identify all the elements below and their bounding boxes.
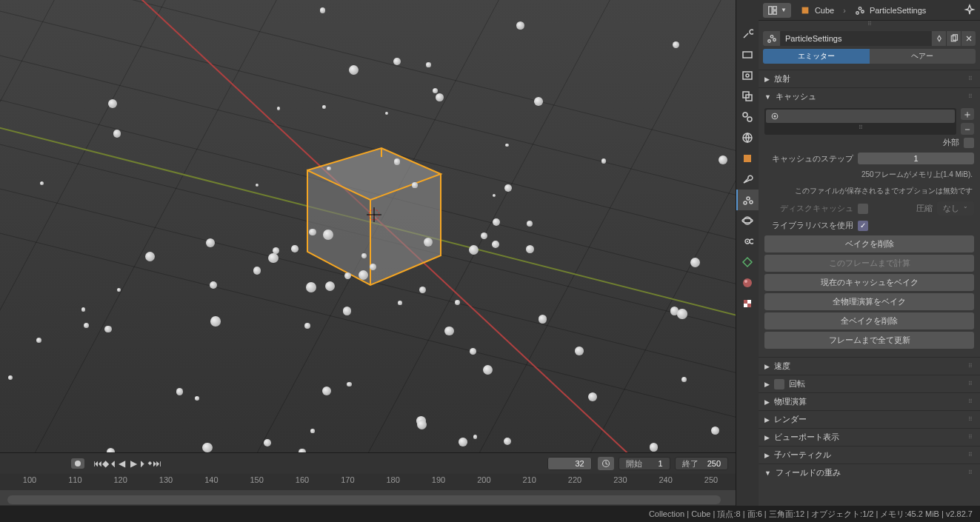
delete-all-bakes-button[interactable]: 全ベイクを削除 [764,312,974,329]
tab-particles[interactable] [736,190,759,210]
panel-cache[interactable]: ▼ キャッシュ ⠿ [759,87,980,105]
viewport-3d[interactable] [0,0,736,452]
external-checkbox[interactable] [964,138,974,148]
ruler-tick: 130 [151,475,181,484]
tab-constraint[interactable] [736,231,759,252]
type-emitter[interactable]: エミッター [763,49,870,64]
fake-user-icon[interactable] [931,31,946,46]
datablock-browse[interactable] [763,31,781,46]
ruler-tick: 200 [469,475,499,484]
keyframe-next-icon[interactable]: ⏵◆ [139,457,151,470]
tab-scene[interactable] [736,107,759,127]
dopesheet-track[interactable]: › [0,490,736,505]
rotation-enable-checkbox[interactable] [774,379,784,389]
datablock-name-field[interactable]: ParticleSettings [781,31,931,46]
panel-velocity[interactable]: ▶速度⠿ [759,357,980,375]
tab-output[interactable] [736,65,759,86]
cache-list[interactable]: ⠿ [764,108,956,135]
cache-add-button[interactable]: ＋ [961,108,974,120]
bake-all-button[interactable]: 全物理演算をベイク [764,293,974,310]
svg-rect-42 [747,304,751,307]
delete-bake-button[interactable]: ベイクを削除 [764,235,974,252]
tab-physics[interactable] [736,210,759,231]
svg-rect-41 [744,304,747,307]
panel-render[interactable]: ▶レンダー⠿ [759,410,980,428]
end-frame-field[interactable]: 終了 250 [675,457,728,470]
panel-field-weights[interactable]: ▼フィールドの重み⠿ [759,464,980,481]
particle-type-toggle[interactable]: エミッター ヘアー [763,49,976,64]
panel-children[interactable]: ▶子パーティクル⠿ [759,446,980,464]
panel-rotation[interactable]: ▶ 回転⠿ [759,375,980,392]
status-verts-label: 頂点 [717,509,733,520]
type-hair[interactable]: ヘアー [870,49,976,64]
tab-render[interactable] [736,44,759,65]
timeline-editor[interactable]: ⏮ ◆⏴ ◀ ▶ ⏵◆ ⏭ 32 開始 1 終了 250 10011012013… [0,452,736,506]
update-all-to-frame-button[interactable]: フレームまで全て更新 [764,332,974,349]
svg-line-8 [0,0,185,452]
chevron-right-icon: ▶ [764,76,770,83]
tab-material[interactable] [736,272,759,293]
ruler-tick: 110 [60,475,90,484]
compress-select[interactable]: なし⌄ [937,201,974,215]
tab-tool[interactable] [736,24,759,44]
new-datablock-icon[interactable] [946,31,961,46]
drag-handle-icon: ⠿ [766,123,955,131]
jump-last-icon[interactable]: ⏭ [151,457,163,470]
panel-children-label: 子パーティクル [774,449,831,461]
bake-cache-button[interactable]: 現在のキャッシュをベイク [764,274,974,291]
svg-point-56 [774,116,776,118]
svg-point-32 [744,201,747,204]
unlink-datablock-icon[interactable] [961,31,976,46]
ruler-tick: 160 [287,475,317,484]
status-mem: 45.2 MiB [907,509,939,518]
panel-emission[interactable]: ▶ 放射 ⠿ [759,70,980,87]
cache-list-item[interactable] [766,110,955,123]
panel-velocity-label: 速度 [774,361,790,372]
editor-type-dropdown[interactable]: ▼ [763,3,791,18]
tab-viewlayer[interactable] [736,86,759,107]
breadcrumb-particles-label: ParticleSettings [870,6,926,15]
tab-modifier[interactable] [736,169,759,190]
use-preview-range-icon[interactable] [598,457,614,470]
status-bar: Collection | Cube | 頂点: 8 | 面: 6 | 三角面: … [0,506,980,522]
auto-keying-toggle[interactable] [71,458,84,469]
tab-object[interactable] [736,148,759,169]
panel-physics[interactable]: ▶物理演算⠿ [759,392,980,410]
breadcrumb-particles[interactable]: ParticleSettings [849,3,932,18]
keyframe-prev-icon[interactable]: ◆⏴ [104,457,116,470]
panel-viewport[interactable]: ▶ビューポート表示⠿ [759,428,980,446]
svg-rect-45 [773,10,776,13]
panel-cache-body: ⠿ ＋ － 外部 キャッシュのステップ 1 250フレームがメモリ上(1.4 M… [759,105,980,357]
svg-point-50 [767,40,770,43]
breadcrumb-object-label: Cube [815,6,834,15]
play-icon[interactable]: ▶ [127,457,139,470]
calc-to-frame-button[interactable]: このフレームまで計算 [764,255,974,272]
status-objs: 1/2 [862,509,873,518]
svg-rect-39 [744,300,747,304]
svg-point-37 [743,278,752,287]
tab-world[interactable] [736,127,759,148]
cursor-3d [367,207,381,222]
cache-step-field[interactable]: 1 [858,153,974,164]
ruler-tick: 120 [106,475,136,484]
tab-mesh[interactable] [736,252,759,272]
svg-line-13 [556,0,736,452]
libpath-checkbox[interactable] [858,221,868,231]
ruler-tick: 230 [605,475,635,484]
start-frame-field[interactable]: 開始 1 [619,457,670,470]
breadcrumb-object[interactable]: Cube [794,3,840,18]
tab-texture[interactable] [736,293,759,314]
svg-point-48 [859,7,861,10]
drag-handle-icon[interactable]: ⠿ [968,76,974,82]
frame-ruler[interactable]: 1001101201301401501601701801902002102202… [0,474,736,490]
disk-cache-label: ディスクキャッシュ [764,203,853,214]
drag-handle-icon[interactable]: ⠿ [968,93,974,100]
panel-render-label: レンダー [774,414,807,425]
timeline-scrollbar[interactable] [7,495,721,504]
pin-icon[interactable] [964,4,976,17]
cache-remove-button[interactable]: － [961,123,974,135]
panel-field-weights-label: フィールドの重み [776,467,841,478]
play-reverse-icon[interactable]: ◀ [116,457,127,470]
current-frame-field[interactable]: 32 [547,457,592,470]
disk-cache-checkbox[interactable] [858,204,868,214]
